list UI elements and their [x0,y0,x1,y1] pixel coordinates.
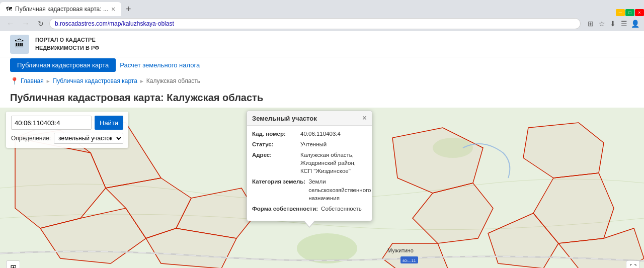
back-button[interactable]: ← [4,17,17,30]
breadcrumb-sep1: ► [46,78,51,84]
definition-select[interactable]: земельный участок здание сооружение [54,133,123,144]
cadastre-search-input[interactable] [11,116,92,130]
popup-row-2: Адрес: Калужская область, Жиздринский ра… [252,151,367,175]
forward-button[interactable]: → [19,17,32,30]
svg-point-2 [433,138,473,158]
svg-text:40:...11: 40:...11 [403,258,416,263]
new-tab-button[interactable]: + [121,2,135,16]
definition-label: Определение: [11,135,51,142]
popup-value-0: 40:06:110403:4 [300,130,341,138]
page-content: 🏛 ПОРТАЛ О КАДАСТРЕ НЕДВИЖИМОСТИ В РФ Пу… [0,31,644,268]
close-button[interactable]: × [635,9,644,16]
map-container[interactable]: 40:...11 Найти Определение: земельный уч… [0,108,644,268]
tab-bar: 🗺 Публичная кадастровая карта: ... × + ─… [0,0,644,16]
maximize-button[interactable]: □ [625,9,634,16]
popup-body[interactable]: Кад. номер: 40:06:110403:4 Статус: Учтен… [247,126,372,214]
logo-line2: НЕДВИЖИМОСТИ В РФ [35,44,99,52]
tab-close-button[interactable]: × [111,6,115,13]
fullscreen-button[interactable]: ⛶ [626,260,640,268]
breadcrumb-home[interactable]: Главная [21,77,44,84]
tab-favicon: 🗺 [6,6,12,13]
popup-row-0: Кад. номер: 40:06:110403:4 [252,130,367,138]
breadcrumb-pin-icon: 📍 [10,77,19,85]
popup-value-3: Земли сельскохозяйственного назначения [308,177,371,202]
nav-menu: Публичная кадастровая карта Расчет земел… [0,58,644,75]
address-bar[interactable]: b.roscadastres.com/map/kaluzhskaya-oblas… [49,18,581,29]
tax-calc-button[interactable]: Расчет земельного налога [120,61,200,69]
public-map-button[interactable]: Публичная кадастровая карта [10,58,116,72]
popup-value-4: Собственность публично-правовых образова… [321,205,367,214]
download-icon[interactable]: ⬇ [608,19,618,29]
popup-label-1: Статус: [252,140,297,148]
logo-line1: ПОРТАЛ О КАДАСТРЕ [35,36,99,44]
site-header: 🏛 ПОРТАЛ О КАДАСТРЕ НЕДВИЖИМОСТИ В РФ [0,31,644,57]
site-logo: 🏛 [10,35,29,54]
window-controls: ─ □ × [616,9,644,16]
breadcrumb: 📍 Главная ► Публичная кадастровая карта … [0,75,644,87]
extensions-icon[interactable]: ⊞ [586,19,596,29]
logo-icon: 🏛 [15,38,25,50]
popup-row-4: Форма собственности: Собственность публи… [252,205,367,214]
map-zoom-button[interactable]: ⊞ [6,260,20,268]
refresh-button[interactable]: ↻ [34,17,47,30]
account-icon[interactable]: 👤 [630,19,640,29]
settings-icon[interactable]: ☰ [619,19,629,29]
map-label-muzitino: Мужитино [387,247,414,253]
svg-point-1 [297,233,357,263]
definition-row: Определение: земельный участок здание со… [11,133,123,144]
breadcrumb-current: Калужская область [146,77,200,84]
popup-header: Земельный участок × [247,111,372,126]
popup-label-2: Адрес: [252,151,297,175]
popup-value-1: Учтенный [300,140,327,148]
page-title: Публичная кадастровая карта: Калужская о… [0,87,644,108]
popup-value-2: Калужская область, Жиздринский район, КС… [300,151,367,175]
popup-row-1: Статус: Учтенный [252,140,367,148]
popup-row-3: Категория земель: Земли сельскохозяйстве… [252,177,367,202]
bookmark-icon[interactable]: ☆ [597,19,607,29]
address-text: b.roscadastres.com/map/kaluzhskaya-oblas… [55,20,174,27]
popup-tail [304,221,314,227]
search-panel: Найти Определение: земельный участок зда… [6,112,128,148]
popup-close-button[interactable]: × [362,114,367,122]
popup-label-0: Кад. номер: [252,130,297,138]
info-popup: Земельный участок × Кад. номер: 40:06:11… [247,111,372,221]
logo-text: ПОРТАЛ О КАДАСТРЕ НЕДВИЖИМОСТИ В РФ [35,36,99,52]
browser-toolbar: ⊞ ☆ ⬇ ☰ 👤 [586,19,640,29]
popup-label-3: Категория земель: [252,177,305,202]
minimize-button[interactable]: ─ [616,9,625,16]
address-bar-row: ← → ↻ b.roscadastres.com/map/kaluzhskaya… [0,16,644,31]
breadcrumb-parent[interactable]: Публичная кадастровая карта [53,77,137,84]
popup-title: Земельный участок [252,115,317,122]
breadcrumb-sep2: ► [139,78,144,84]
popup-label-4: Форма собственности: [252,205,318,214]
browser-chrome: 🗺 Публичная кадастровая карта: ... × + ─… [0,0,644,31]
active-tab[interactable]: 🗺 Публичная кадастровая карта: ... × [0,2,121,16]
tab-title: Публичная кадастровая карта: ... [15,6,108,13]
search-button[interactable]: Найти [95,116,123,130]
search-row: Найти [11,116,123,130]
